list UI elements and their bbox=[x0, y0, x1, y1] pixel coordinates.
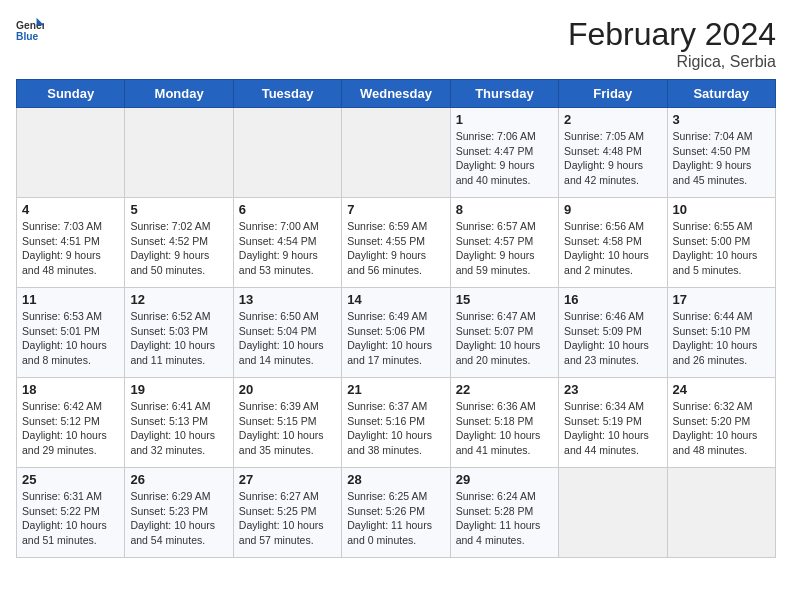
week-row-2: 4Sunrise: 7:03 AMSunset: 4:51 PMDaylight… bbox=[17, 198, 776, 288]
day-number: 22 bbox=[456, 382, 553, 397]
calendar-cell bbox=[17, 108, 125, 198]
day-number: 28 bbox=[347, 472, 444, 487]
calendar-body: 1Sunrise: 7:06 AMSunset: 4:47 PMDaylight… bbox=[17, 108, 776, 558]
column-header-friday: Friday bbox=[559, 80, 667, 108]
calendar-cell: 11Sunrise: 6:53 AMSunset: 5:01 PMDayligh… bbox=[17, 288, 125, 378]
day-number: 14 bbox=[347, 292, 444, 307]
week-row-1: 1Sunrise: 7:06 AMSunset: 4:47 PMDaylight… bbox=[17, 108, 776, 198]
day-info: Sunrise: 6:49 AMSunset: 5:06 PMDaylight:… bbox=[347, 309, 444, 368]
calendar-cell: 29Sunrise: 6:24 AMSunset: 5:28 PMDayligh… bbox=[450, 468, 558, 558]
day-info: Sunrise: 6:42 AMSunset: 5:12 PMDaylight:… bbox=[22, 399, 119, 458]
day-info: Sunrise: 7:03 AMSunset: 4:51 PMDaylight:… bbox=[22, 219, 119, 278]
day-number: 25 bbox=[22, 472, 119, 487]
day-number: 1 bbox=[456, 112, 553, 127]
day-info: Sunrise: 7:02 AMSunset: 4:52 PMDaylight:… bbox=[130, 219, 227, 278]
logo-icon: General Blue bbox=[16, 16, 44, 44]
day-number: 13 bbox=[239, 292, 336, 307]
day-info: Sunrise: 6:59 AMSunset: 4:55 PMDaylight:… bbox=[347, 219, 444, 278]
day-number: 15 bbox=[456, 292, 553, 307]
day-info: Sunrise: 6:32 AMSunset: 5:20 PMDaylight:… bbox=[673, 399, 770, 458]
calendar-cell bbox=[342, 108, 450, 198]
day-number: 7 bbox=[347, 202, 444, 217]
column-header-sunday: Sunday bbox=[17, 80, 125, 108]
logo: General Blue bbox=[16, 16, 44, 44]
day-number: 9 bbox=[564, 202, 661, 217]
day-info: Sunrise: 7:00 AMSunset: 4:54 PMDaylight:… bbox=[239, 219, 336, 278]
calendar-cell: 4Sunrise: 7:03 AMSunset: 4:51 PMDaylight… bbox=[17, 198, 125, 288]
day-info: Sunrise: 6:56 AMSunset: 4:58 PMDaylight:… bbox=[564, 219, 661, 278]
day-number: 17 bbox=[673, 292, 770, 307]
column-header-wednesday: Wednesday bbox=[342, 80, 450, 108]
day-info: Sunrise: 6:50 AMSunset: 5:04 PMDaylight:… bbox=[239, 309, 336, 368]
day-info: Sunrise: 6:57 AMSunset: 4:57 PMDaylight:… bbox=[456, 219, 553, 278]
calendar-cell bbox=[559, 468, 667, 558]
day-number: 10 bbox=[673, 202, 770, 217]
calendar-cell: 12Sunrise: 6:52 AMSunset: 5:03 PMDayligh… bbox=[125, 288, 233, 378]
day-info: Sunrise: 6:24 AMSunset: 5:28 PMDaylight:… bbox=[456, 489, 553, 548]
day-number: 26 bbox=[130, 472, 227, 487]
week-row-3: 11Sunrise: 6:53 AMSunset: 5:01 PMDayligh… bbox=[17, 288, 776, 378]
column-headers-row: SundayMondayTuesdayWednesdayThursdayFrid… bbox=[17, 80, 776, 108]
column-header-thursday: Thursday bbox=[450, 80, 558, 108]
day-number: 19 bbox=[130, 382, 227, 397]
day-info: Sunrise: 6:55 AMSunset: 5:00 PMDaylight:… bbox=[673, 219, 770, 278]
location: Rigica, Serbia bbox=[568, 53, 776, 71]
calendar-cell: 22Sunrise: 6:36 AMSunset: 5:18 PMDayligh… bbox=[450, 378, 558, 468]
day-number: 4 bbox=[22, 202, 119, 217]
column-header-saturday: Saturday bbox=[667, 80, 775, 108]
day-info: Sunrise: 6:46 AMSunset: 5:09 PMDaylight:… bbox=[564, 309, 661, 368]
calendar-cell bbox=[233, 108, 341, 198]
day-info: Sunrise: 7:04 AMSunset: 4:50 PMDaylight:… bbox=[673, 129, 770, 188]
calendar-cell: 17Sunrise: 6:44 AMSunset: 5:10 PMDayligh… bbox=[667, 288, 775, 378]
calendar-cell bbox=[667, 468, 775, 558]
day-info: Sunrise: 7:05 AMSunset: 4:48 PMDaylight:… bbox=[564, 129, 661, 188]
day-info: Sunrise: 6:44 AMSunset: 5:10 PMDaylight:… bbox=[673, 309, 770, 368]
calendar-table: SundayMondayTuesdayWednesdayThursdayFrid… bbox=[16, 79, 776, 558]
day-info: Sunrise: 6:37 AMSunset: 5:16 PMDaylight:… bbox=[347, 399, 444, 458]
day-number: 6 bbox=[239, 202, 336, 217]
day-info: Sunrise: 6:34 AMSunset: 5:19 PMDaylight:… bbox=[564, 399, 661, 458]
calendar-cell: 19Sunrise: 6:41 AMSunset: 5:13 PMDayligh… bbox=[125, 378, 233, 468]
week-row-4: 18Sunrise: 6:42 AMSunset: 5:12 PMDayligh… bbox=[17, 378, 776, 468]
calendar-cell: 14Sunrise: 6:49 AMSunset: 5:06 PMDayligh… bbox=[342, 288, 450, 378]
day-info: Sunrise: 6:52 AMSunset: 5:03 PMDaylight:… bbox=[130, 309, 227, 368]
title-block: February 2024 Rigica, Serbia bbox=[568, 16, 776, 71]
calendar-cell: 28Sunrise: 6:25 AMSunset: 5:26 PMDayligh… bbox=[342, 468, 450, 558]
calendar-cell: 10Sunrise: 6:55 AMSunset: 5:00 PMDayligh… bbox=[667, 198, 775, 288]
calendar-cell: 6Sunrise: 7:00 AMSunset: 4:54 PMDaylight… bbox=[233, 198, 341, 288]
month-year: February 2024 bbox=[568, 16, 776, 53]
day-info: Sunrise: 6:47 AMSunset: 5:07 PMDaylight:… bbox=[456, 309, 553, 368]
calendar-cell: 24Sunrise: 6:32 AMSunset: 5:20 PMDayligh… bbox=[667, 378, 775, 468]
day-info: Sunrise: 7:06 AMSunset: 4:47 PMDaylight:… bbox=[456, 129, 553, 188]
page-header: General Blue February 2024 Rigica, Serbi… bbox=[16, 16, 776, 71]
day-number: 12 bbox=[130, 292, 227, 307]
calendar-cell: 20Sunrise: 6:39 AMSunset: 5:15 PMDayligh… bbox=[233, 378, 341, 468]
calendar-cell: 26Sunrise: 6:29 AMSunset: 5:23 PMDayligh… bbox=[125, 468, 233, 558]
day-number: 2 bbox=[564, 112, 661, 127]
day-number: 27 bbox=[239, 472, 336, 487]
column-header-monday: Monday bbox=[125, 80, 233, 108]
day-info: Sunrise: 6:39 AMSunset: 5:15 PMDaylight:… bbox=[239, 399, 336, 458]
calendar-cell: 16Sunrise: 6:46 AMSunset: 5:09 PMDayligh… bbox=[559, 288, 667, 378]
calendar-cell: 5Sunrise: 7:02 AMSunset: 4:52 PMDaylight… bbox=[125, 198, 233, 288]
calendar-cell: 18Sunrise: 6:42 AMSunset: 5:12 PMDayligh… bbox=[17, 378, 125, 468]
day-number: 18 bbox=[22, 382, 119, 397]
day-info: Sunrise: 6:53 AMSunset: 5:01 PMDaylight:… bbox=[22, 309, 119, 368]
calendar-cell: 15Sunrise: 6:47 AMSunset: 5:07 PMDayligh… bbox=[450, 288, 558, 378]
svg-text:Blue: Blue bbox=[16, 31, 39, 42]
calendar-cell: 9Sunrise: 6:56 AMSunset: 4:58 PMDaylight… bbox=[559, 198, 667, 288]
day-number: 16 bbox=[564, 292, 661, 307]
day-number: 20 bbox=[239, 382, 336, 397]
day-info: Sunrise: 6:25 AMSunset: 5:26 PMDaylight:… bbox=[347, 489, 444, 548]
calendar-cell bbox=[125, 108, 233, 198]
calendar-cell: 3Sunrise: 7:04 AMSunset: 4:50 PMDaylight… bbox=[667, 108, 775, 198]
calendar-cell: 27Sunrise: 6:27 AMSunset: 5:25 PMDayligh… bbox=[233, 468, 341, 558]
day-number: 21 bbox=[347, 382, 444, 397]
day-info: Sunrise: 6:29 AMSunset: 5:23 PMDaylight:… bbox=[130, 489, 227, 548]
day-number: 5 bbox=[130, 202, 227, 217]
day-number: 8 bbox=[456, 202, 553, 217]
calendar-cell: 7Sunrise: 6:59 AMSunset: 4:55 PMDaylight… bbox=[342, 198, 450, 288]
day-number: 3 bbox=[673, 112, 770, 127]
day-info: Sunrise: 6:36 AMSunset: 5:18 PMDaylight:… bbox=[456, 399, 553, 458]
day-number: 23 bbox=[564, 382, 661, 397]
